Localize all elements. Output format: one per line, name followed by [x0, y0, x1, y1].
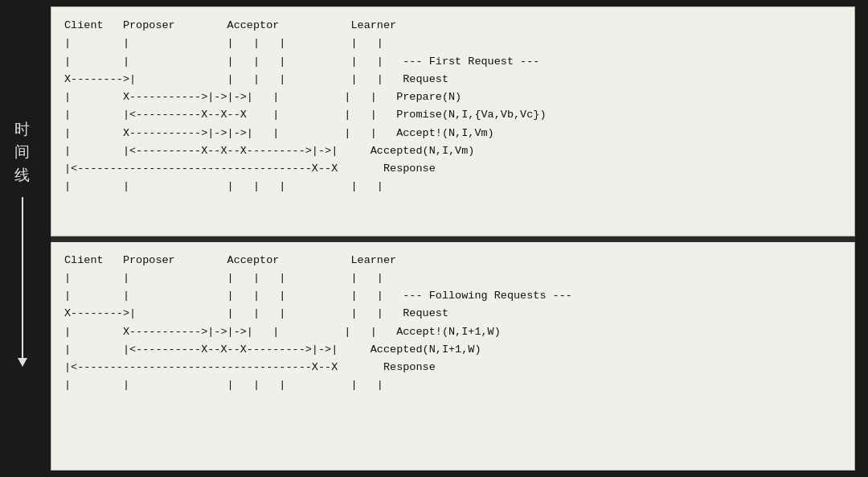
section-divider [51, 236, 855, 242]
left-sidebar: 时 间 线 [0, 0, 44, 477]
timeline-arrow-line [22, 197, 23, 358]
section2-content: Client Proposer Acceptor Learner | | | |… [64, 252, 841, 395]
section2: Client Proposer Acceptor Learner | | | |… [51, 242, 855, 471]
main-container: 时 间 线 Client Proposer Acceptor Learner |… [0, 0, 868, 477]
section1: Client Proposer Acceptor Learner | | | |… [51, 6, 855, 236]
timeline-arrowhead [18, 358, 27, 367]
section1-content: Client Proposer Acceptor Learner | | | |… [64, 17, 841, 196]
content-area: Client Proposer Acceptor Learner | | | |… [44, 0, 868, 477]
timeline-text: 时 间 线 [14, 119, 30, 188]
